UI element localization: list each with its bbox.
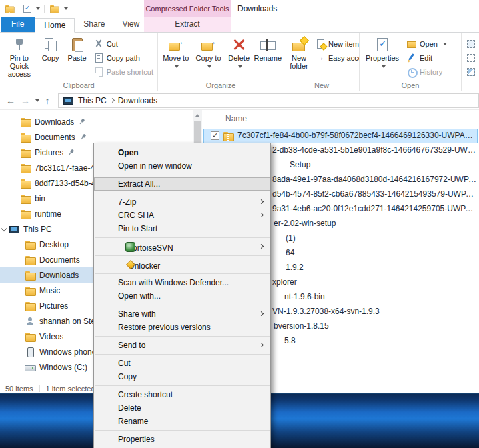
invert-selection-button[interactable]: Invert selection xyxy=(463,66,479,77)
menu-item-properties[interactable]: Properties xyxy=(94,433,270,446)
context-menu: OpenOpen in new windowExtract All...7-Zi… xyxy=(93,143,271,448)
dropdown-caret-icon xyxy=(207,65,211,68)
tab-home[interactable]: Home xyxy=(35,18,75,33)
breadcrumb-item-this-pc[interactable]: This PC xyxy=(76,96,109,105)
back-icon[interactable]: ← xyxy=(4,94,17,107)
sidebar-item-downloads[interactable]: Downloads xyxy=(0,114,193,129)
rename-button[interactable]: Rename xyxy=(254,33,282,62)
edit-icon xyxy=(406,53,416,63)
menu-item-cut[interactable]: Cut xyxy=(94,357,270,370)
menu-item-rename[interactable]: Rename xyxy=(94,415,270,428)
copy-path-icon xyxy=(93,53,103,63)
menu-item-open[interactable]: Open xyxy=(94,146,270,159)
ribbon-group-clipboard: Pin to Quick accessCopyPasteCutCopy path… xyxy=(0,33,158,91)
file-row[interactable]: 7c307cf1-fe84-4b00-b79f-58f0672becf4-146… xyxy=(203,129,478,143)
edit-button[interactable]: Edit xyxy=(404,52,450,63)
new-item-button[interactable]: New item xyxy=(312,38,360,49)
tab-file[interactable]: File xyxy=(1,17,35,32)
new-folder-icon xyxy=(290,37,308,53)
easy-access-button[interactable]: Easy access xyxy=(312,52,360,63)
copy-path-button[interactable]: Copy path xyxy=(91,52,156,63)
copy-to-button[interactable]: Copy to xyxy=(192,33,224,70)
tab-share[interactable]: Share xyxy=(75,17,113,32)
menu-item-crc-sha[interactable]: CRC SHA xyxy=(94,209,270,222)
tab-extract[interactable]: Extract xyxy=(166,17,208,32)
select-all-button[interactable]: Select all xyxy=(463,38,479,49)
ribbon-group-label: Organize xyxy=(158,81,284,89)
menu-separator xyxy=(95,193,270,193)
menu-item-pin-to-start[interactable]: Pin to Start xyxy=(94,222,270,235)
delete-button[interactable]: Delete xyxy=(225,33,254,70)
dropdown-caret-icon xyxy=(382,65,386,68)
move-to-icon xyxy=(167,37,185,53)
file-name: 7c307cf1-fe84-4b00-b79f-58f0672becf4-146… xyxy=(237,131,476,140)
up-icon[interactable]: ↑ xyxy=(41,94,54,107)
file-name: bversion-1.8.15 xyxy=(274,321,477,331)
dropdown-caret-icon xyxy=(238,65,242,68)
menu-separator xyxy=(95,255,270,256)
row-checkbox[interactable] xyxy=(211,131,219,140)
paste-shortcut-button[interactable]: Paste shortcut xyxy=(91,66,156,77)
cut-icon xyxy=(93,39,103,49)
history-dropdown-icon[interactable] xyxy=(35,99,39,102)
copy-button[interactable]: Copy xyxy=(37,33,64,62)
menu-item-unlocker[interactable]: Unlocker xyxy=(94,258,270,271)
new-folder-button[interactable]: New folder xyxy=(286,33,312,70)
folder-icon xyxy=(20,117,31,127)
titlebar: Compressed Folder Tools Downloads xyxy=(0,0,479,17)
qat-separator xyxy=(19,5,19,13)
move-to-button[interactable]: Move to xyxy=(159,33,192,70)
file-name: 5.8 xyxy=(284,336,477,345)
column-header-row: Name xyxy=(202,110,479,127)
menu-item-open-with[interactable]: Open with... xyxy=(94,289,270,303)
history-icon xyxy=(406,67,416,77)
dropdown-caret-icon[interactable] xyxy=(64,7,68,10)
menu-item-create-shortcut[interactable]: Create shortcut xyxy=(94,388,270,401)
scroll-up-icon[interactable] xyxy=(195,114,199,117)
menu-separator xyxy=(95,354,270,355)
menu-item-7-zip[interactable]: 7-Zip xyxy=(94,195,270,209)
properties-button[interactable]: Properties xyxy=(361,33,404,70)
file-name: VN-1.9.3.27038-x64-svn-1.9.3 xyxy=(272,307,477,316)
breadcrumb: This PCDownloads xyxy=(76,96,159,105)
folder-icon xyxy=(25,239,35,250)
cut-button[interactable]: Cut xyxy=(91,38,156,49)
submenu-arrow-icon xyxy=(259,311,264,316)
paste-button[interactable]: Paste xyxy=(64,33,91,62)
select-all-checkbox[interactable] xyxy=(211,115,219,123)
forward-icon[interactable]: → xyxy=(19,94,32,107)
menu-item-restore-previous-versions[interactable]: Restore previous versions xyxy=(94,321,270,334)
column-header-name[interactable]: Name xyxy=(225,114,247,123)
pin-to-quick-access-button[interactable]: Pin to Quick access xyxy=(1,33,37,78)
tab-view[interactable]: View xyxy=(113,17,148,32)
menu-item-share-with[interactable]: Share with xyxy=(94,307,270,321)
menu-item-copy[interactable]: Copy xyxy=(94,370,270,383)
folder-icon xyxy=(20,193,31,204)
select-none-button[interactable]: Select none xyxy=(463,52,479,63)
checkbox-icon[interactable] xyxy=(23,5,31,13)
menu-item-tortoisesvn[interactable]: TortoiseSVN xyxy=(94,240,270,253)
expanded-chevron-icon[interactable] xyxy=(1,226,7,231)
status-divider xyxy=(39,385,40,392)
ribbon-group-open: PropertiesOpenEditHistoryOpen xyxy=(360,33,462,91)
copy-icon xyxy=(42,37,59,53)
history-button[interactable]: History xyxy=(404,66,450,77)
open-button[interactable]: Open xyxy=(404,38,450,49)
address-box[interactable]: This PCDownloads xyxy=(58,93,479,108)
menu-item-delete[interactable]: Delete xyxy=(94,401,270,415)
dropdown-caret-icon xyxy=(443,43,447,45)
ribbon-group-organize: Move toCopy toDeleteRenameOrganize xyxy=(158,33,284,91)
file-name: Setup xyxy=(290,160,477,169)
breadcrumb-item-downloads[interactable]: Downloads xyxy=(116,96,159,105)
file-name: 1.9.2 xyxy=(286,263,477,272)
open-icon xyxy=(406,39,416,49)
menu-item-send-to[interactable]: Send to xyxy=(94,339,270,352)
menu-item-extract-all[interactable]: Extract All... xyxy=(94,177,270,191)
zip-folder-icon[interactable] xyxy=(5,4,14,13)
menu-separator xyxy=(95,430,270,431)
menu-item-open-in-new-window[interactable]: Open in new window xyxy=(94,159,270,173)
folder-icon xyxy=(25,301,35,311)
menu-item-scan-with-windows-defender[interactable]: Scan with Windows Defender... xyxy=(94,276,270,289)
folder-icon[interactable] xyxy=(49,4,59,13)
dropdown-caret-icon[interactable] xyxy=(36,7,40,10)
